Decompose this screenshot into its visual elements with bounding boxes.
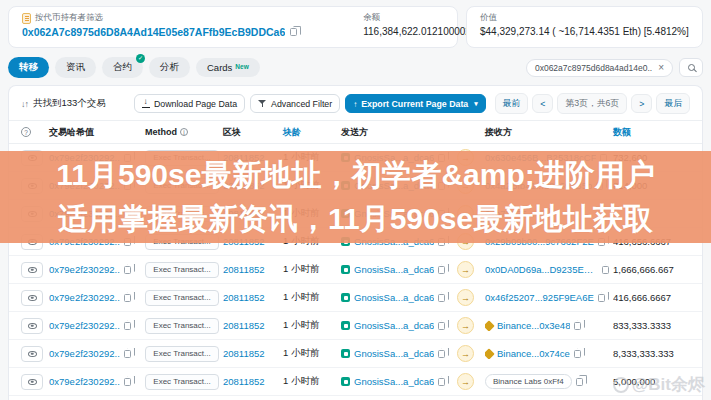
close-icon[interactable]: × [658, 64, 664, 72]
download-page-data-button[interactable]: Download Page Data [134, 94, 245, 113]
copy-icon[interactable] [602, 266, 609, 274]
chevron-down-icon: ▾ [474, 100, 478, 108]
header-hash: 交易哈希值 [49, 126, 141, 139]
watermark-text: @Bit余烬 [632, 373, 705, 396]
age-text: 1 小时前 [283, 347, 337, 360]
tab-cards[interactable]: CardsNew [196, 58, 260, 77]
to-address-link[interactable]: 0x0DA0D69a...D9235E395 [485, 264, 598, 275]
copy-icon[interactable] [438, 350, 445, 358]
tab-analytics[interactable]: 分析 [149, 57, 190, 78]
to-name-pill[interactable]: Binance Labs 0xFf4 [485, 374, 572, 389]
holder-filter-col: 按代币持有者筛选 0x062A7c8975d6D8A4Ad14E05e87AFf… [22, 12, 297, 38]
eye-button[interactable] [21, 374, 43, 390]
amount-text: 8,333,333.333 [613, 348, 690, 359]
block-link[interactable]: 20811852 [223, 348, 279, 359]
first-page-button[interactable]: 最前 [495, 93, 529, 114]
copy-icon[interactable] [574, 322, 581, 330]
from-address-link[interactable]: GnosisSa...a_dca6 [354, 320, 434, 331]
copy-icon[interactable] [438, 322, 445, 330]
eye-button[interactable] [21, 290, 43, 306]
tx-hash-link[interactable]: 0x79e2f230292.. [49, 320, 120, 331]
copy-icon[interactable] [290, 28, 297, 36]
copy-icon[interactable] [438, 378, 445, 386]
tab-contract[interactable]: 合约✓ [102, 57, 143, 78]
from-address-link[interactable]: GnosisSa...a_dca6 [354, 264, 434, 275]
holder-address-link[interactable]: 0x062A7c8975d6D8A4Ad14E05e87AFfb9EcB9DDC… [22, 26, 285, 38]
out-arrow-icon [457, 317, 474, 334]
tab-info[interactable]: 资讯 [55, 57, 96, 78]
out-arrow-icon [457, 289, 474, 306]
table-header-row: ? 交易哈希值 Methodi 区块 块龄 发送方 接收方 数额 [9, 120, 702, 144]
block-link[interactable]: 20811852 [223, 376, 279, 387]
amount-text: 416,666.6667 [613, 292, 690, 303]
advanced-filter-button[interactable]: Advanced Filter [250, 94, 340, 113]
header-amount[interactable]: 数额 [613, 126, 690, 139]
block-link[interactable]: 20811852 [223, 264, 279, 275]
block-link[interactable]: 20811852 [223, 320, 279, 331]
copy-icon[interactable] [438, 266, 445, 274]
header-age[interactable]: 块龄 [283, 126, 337, 139]
table-row: 0x79e2f230292.. Exec Transact... 2081185… [9, 368, 702, 396]
to-cell: 0x0DA0D69a...D9235E395 [485, 264, 609, 275]
header-block: 区块 [223, 126, 279, 139]
search-icon [688, 64, 695, 71]
table-row: 0x79e2f230292.. Exec Transact... 2081185… [9, 312, 702, 340]
header-method: Methodi [145, 127, 219, 137]
tx-hash-link[interactable]: 0x79e2f230292.. [49, 348, 120, 359]
eye-button[interactable] [21, 262, 43, 278]
filter-label: 按代币持有者筛选 [35, 12, 103, 24]
copy-icon[interactable] [438, 294, 445, 302]
tx-hash-cell: 0x79e2f230292.. [49, 376, 141, 387]
copy-icon[interactable] [124, 322, 131, 330]
copy-icon[interactable] [124, 294, 131, 302]
tx-hash-link[interactable]: 0x79e2f230292.. [49, 376, 120, 387]
toolbar-buttons: Download Page Data Advanced Filter Expor… [134, 93, 690, 114]
copy-icon[interactable] [124, 350, 131, 358]
to-address-link[interactable]: Binance...0x3e48 [497, 320, 570, 331]
holder-address-row: 0x062A7c8975d6D8A4Ad14E05e87AFfb9EcB9DDC… [22, 26, 297, 38]
tx-hash-cell: 0x79e2f230292.. [49, 292, 141, 303]
prev-page-button[interactable]: < [532, 94, 553, 113]
search-button[interactable] [679, 58, 703, 77]
address-filter-chip[interactable]: 0x062a7c8975d6d8a4ad14e0.. × [526, 59, 673, 77]
gnosis-safe-icon [341, 349, 350, 358]
tx-hash-link[interactable]: 0x79e2f230292.. [49, 264, 120, 275]
from-address-link[interactable]: GnosisSa...a_dca6 [354, 292, 434, 303]
copy-icon[interactable] [576, 378, 583, 386]
last-page-button[interactable]: 最后 [656, 93, 690, 114]
age-text: 1 小时前 [283, 375, 337, 388]
binance-icon [485, 348, 495, 359]
out-arrow-icon [457, 261, 474, 278]
next-page-button[interactable]: > [631, 94, 652, 113]
copy-icon[interactable] [574, 350, 581, 358]
eye-button[interactable] [21, 346, 43, 362]
value-label: 价值 [480, 12, 497, 24]
copy-icon[interactable] [124, 266, 131, 274]
block-link[interactable]: 20811852 [223, 292, 279, 303]
export-current-page-button[interactable]: Export Current Page Data ▾ [345, 94, 486, 113]
promo-overlay-banner: 11月590se最新地址，初学者&amp;进阶用户 适用掌握最新资讯，11月59… [0, 151, 711, 243]
table-row: 0x79e2f230292.. Exec Transact... 2081185… [9, 284, 702, 312]
to-cell: Binance...0x74ce [485, 348, 609, 359]
header-to: 接收方 [485, 126, 609, 139]
page-indicator: 第3页，共6页 [557, 93, 627, 114]
gnosis-safe-icon [341, 377, 350, 386]
copy-icon[interactable] [598, 294, 605, 302]
to-address-link[interactable]: 0x46f25207...925F9EA6E [485, 292, 594, 303]
info-icon[interactable]: i [180, 128, 188, 136]
eye-button[interactable] [21, 318, 43, 334]
from-address-link[interactable]: GnosisSa...a_dca6 [354, 348, 434, 359]
to-address-link[interactable]: Binance...0x74ce [497, 348, 570, 359]
filter-chip-text: 0x062a7c8975d6d8a4ad14e0.. [535, 63, 652, 73]
help-question-icon[interactable]: ? [21, 127, 31, 137]
tab-transfers[interactable]: 转移 [8, 57, 49, 78]
amount-text: 833,333.3333 [613, 320, 690, 331]
pagination: 最前 < 第3页，共6页 > 最后 [495, 93, 690, 114]
from-address-link[interactable]: GnosisSa...a_dca6 [354, 376, 434, 387]
tabs-row: 转移 资讯 合约✓ 分析 CardsNew 0x062a7c8975d6d8a4… [0, 48, 711, 85]
age-text: 1 小时前 [283, 291, 337, 304]
verified-check-icon: ✓ [136, 54, 145, 63]
copy-icon[interactable] [124, 378, 131, 386]
tx-hash-link[interactable]: 0x79e2f230292.. [49, 292, 120, 303]
to-cell: Binance...0x3e48 [485, 320, 609, 331]
